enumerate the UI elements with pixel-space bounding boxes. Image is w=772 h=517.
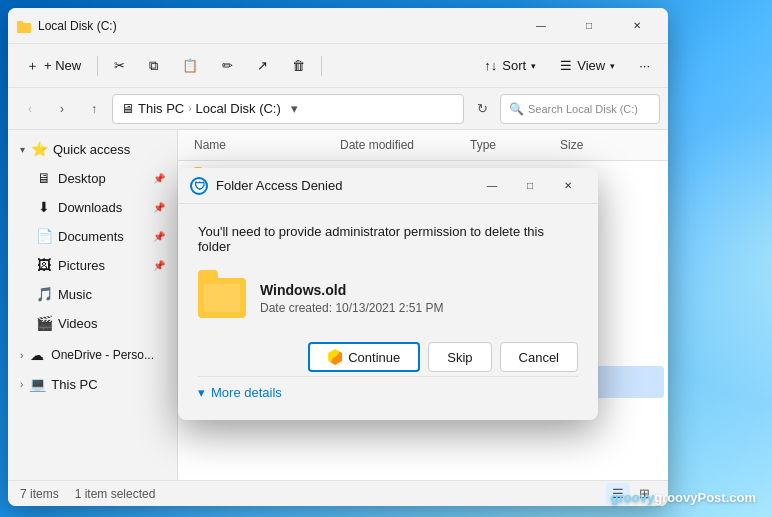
breadcrumb-this-pc[interactable]: This PC bbox=[138, 101, 184, 116]
new-button[interactable]: ＋ + New bbox=[16, 50, 91, 82]
dialog-titlebar: 🛡 Folder Access Denied — □ ✕ bbox=[178, 168, 598, 204]
this-pc-icon: 💻 bbox=[29, 376, 45, 392]
continue-shield-icon bbox=[328, 349, 342, 365]
search-icon: 🔍 bbox=[509, 102, 524, 116]
refresh-button[interactable]: ↻ bbox=[468, 95, 496, 123]
back-button[interactable]: ‹ bbox=[16, 95, 44, 123]
music-icon: 🎵 bbox=[36, 286, 52, 302]
header-name[interactable]: Name bbox=[190, 134, 336, 156]
address-dropdown[interactable]: ▾ bbox=[285, 94, 305, 124]
toolbar: ＋ + New ✂ ⧉ 📋 ✏ ↗ 🗑 ↑↓ Sort ▾ ☰ bbox=[8, 44, 668, 88]
sidebar-quick-access[interactable]: ▾ ⭐ Quick access bbox=[12, 135, 173, 163]
selected-count: 1 item selected bbox=[75, 487, 156, 501]
list-view-button[interactable]: ☰ bbox=[606, 483, 630, 505]
sidebar-item-desktop[interactable]: 🖥 Desktop 📌 bbox=[12, 164, 173, 192]
address-bar: ‹ › ↑ 🖥 This PC › Local Disk (C:) ▾ ↻ 🔍 … bbox=[8, 88, 668, 130]
dialog-file-info: Windows.old Date created: 10/13/2021 2:5… bbox=[198, 270, 578, 326]
dialog-message: You'll need to provide administrator per… bbox=[198, 224, 578, 254]
sidebar-item-music[interactable]: 🎵 Music bbox=[12, 280, 173, 308]
rename-button[interactable]: ✏ bbox=[212, 50, 243, 82]
breadcrumb-local-disk[interactable]: Local Disk (C:) bbox=[196, 101, 281, 116]
dialog-shield-icon: 🛡 bbox=[190, 177, 208, 195]
share-button[interactable]: ↗ bbox=[247, 50, 278, 82]
forward-button[interactable]: › bbox=[48, 95, 76, 123]
more-details-button[interactable]: ▾ More details bbox=[198, 376, 578, 404]
toolbar-divider-1 bbox=[97, 56, 98, 76]
videos-icon: 🎬 bbox=[36, 315, 52, 331]
sort-button[interactable]: ↑↓ Sort ▾ bbox=[474, 50, 546, 82]
view-toggle: ☰ ⊞ bbox=[606, 483, 656, 505]
grid-view-button[interactable]: ⊞ bbox=[632, 483, 656, 505]
dialog-close-button[interactable]: ✕ bbox=[550, 172, 586, 200]
copy-icon: ⧉ bbox=[149, 58, 158, 74]
sidebar-item-pictures[interactable]: 🖼 Pictures 📌 bbox=[12, 251, 173, 279]
sidebar-item-downloads[interactable]: ⬇ Downloads 📌 bbox=[12, 193, 173, 221]
sidebar: ▾ ⭐ Quick access 🖥 Desktop 📌 ⬇ Downloads… bbox=[8, 130, 178, 480]
header-size[interactable]: Size bbox=[556, 134, 656, 156]
header-date[interactable]: Date modified bbox=[336, 134, 466, 156]
path-separator-1: › bbox=[188, 103, 191, 114]
search-placeholder: Search Local Disk (C:) bbox=[528, 103, 638, 115]
search-box[interactable]: 🔍 Search Local Disk (C:) bbox=[500, 94, 660, 124]
skip-button[interactable]: Skip bbox=[428, 342, 491, 372]
header-type[interactable]: Type bbox=[466, 134, 556, 156]
documents-icon: 📄 bbox=[36, 228, 52, 244]
more-button[interactable]: ··· bbox=[629, 50, 660, 82]
cut-button[interactable]: ✂ bbox=[104, 50, 135, 82]
this-pc-expand-icon: › bbox=[20, 379, 23, 390]
sidebar-item-documents[interactable]: 📄 Documents 📌 bbox=[12, 222, 173, 250]
status-bar: 7 items 1 item selected ☰ ⊞ bbox=[8, 480, 668, 506]
title-bar: Local Disk (C:) — □ ✕ bbox=[8, 8, 668, 44]
copy-button[interactable]: ⧉ bbox=[139, 50, 168, 82]
paste-icon: 📋 bbox=[182, 58, 198, 73]
location-icon: 🖥 bbox=[121, 101, 134, 116]
paste-button[interactable]: 📋 bbox=[172, 50, 208, 82]
quick-access-expand-icon: ▾ bbox=[20, 144, 25, 155]
continue-button[interactable]: Continue bbox=[308, 342, 420, 372]
dialog-folder-icon bbox=[198, 278, 246, 318]
sort-chevron-icon: ▾ bbox=[531, 61, 536, 71]
pin-icon: 📌 bbox=[153, 173, 165, 184]
new-icon: ＋ bbox=[26, 57, 39, 75]
explorer-window: Local Disk (C:) — □ ✕ ＋ + New ✂ ⧉ 📋 ✏ ↗ … bbox=[8, 8, 668, 506]
title-bar-icon bbox=[16, 18, 32, 34]
file-list-header: Name Date modified Type Size bbox=[178, 130, 668, 161]
pin-icon-2: 📌 bbox=[153, 202, 165, 213]
pin-icon-3: 📌 bbox=[153, 231, 165, 242]
cancel-button[interactable]: Cancel bbox=[500, 342, 578, 372]
minimize-button[interactable]: — bbox=[518, 11, 564, 41]
up-button[interactable]: ↑ bbox=[80, 95, 108, 123]
quick-access-star-icon: ⭐ bbox=[31, 141, 47, 157]
title-bar-title: Local Disk (C:) bbox=[38, 19, 518, 33]
onedrive-icon: ☁ bbox=[29, 347, 45, 363]
view-icon: ☰ bbox=[560, 58, 572, 73]
rename-icon: ✏ bbox=[222, 58, 233, 73]
maximize-button[interactable]: □ bbox=[566, 11, 612, 41]
close-button[interactable]: ✕ bbox=[614, 11, 660, 41]
address-path[interactable]: 🖥 This PC › Local Disk (C:) ▾ bbox=[112, 94, 464, 124]
sidebar-item-this-pc[interactable]: › 💻 This PC bbox=[12, 370, 173, 398]
svg-rect-0 bbox=[17, 23, 31, 33]
view-chevron-icon: ▾ bbox=[610, 61, 615, 71]
view-button[interactable]: ☰ View ▾ bbox=[550, 50, 625, 82]
dialog-body: You'll need to provide administrator per… bbox=[178, 204, 598, 420]
delete-button[interactable]: 🗑 bbox=[282, 50, 315, 82]
cut-icon: ✂ bbox=[114, 58, 125, 73]
sort-icon: ↑↓ bbox=[484, 58, 497, 73]
folder-access-dialog: 🛡 Folder Access Denied — □ ✕ You'll need… bbox=[178, 168, 598, 420]
svg-rect-1 bbox=[17, 21, 23, 24]
desktop-icon: 🖥 bbox=[36, 170, 52, 186]
dialog-title: Folder Access Denied bbox=[216, 178, 474, 193]
window-controls: — □ ✕ bbox=[518, 11, 660, 41]
sidebar-item-videos[interactable]: 🎬 Videos bbox=[12, 309, 173, 337]
downloads-icon: ⬇ bbox=[36, 199, 52, 215]
dialog-maximize-button[interactable]: □ bbox=[512, 172, 548, 200]
more-details-chevron-icon: ▾ bbox=[198, 385, 205, 400]
pin-icon-4: 📌 bbox=[153, 260, 165, 271]
file-info-name: Windows.old bbox=[260, 282, 443, 298]
dialog-window-controls: — □ ✕ bbox=[474, 172, 586, 200]
sidebar-item-onedrive[interactable]: › ☁ OneDrive - Perso... bbox=[12, 341, 173, 369]
dialog-minimize-button[interactable]: — bbox=[474, 172, 510, 200]
file-info-date: Date created: 10/13/2021 2:51 PM bbox=[260, 301, 443, 315]
file-info-text: Windows.old Date created: 10/13/2021 2:5… bbox=[260, 282, 443, 315]
